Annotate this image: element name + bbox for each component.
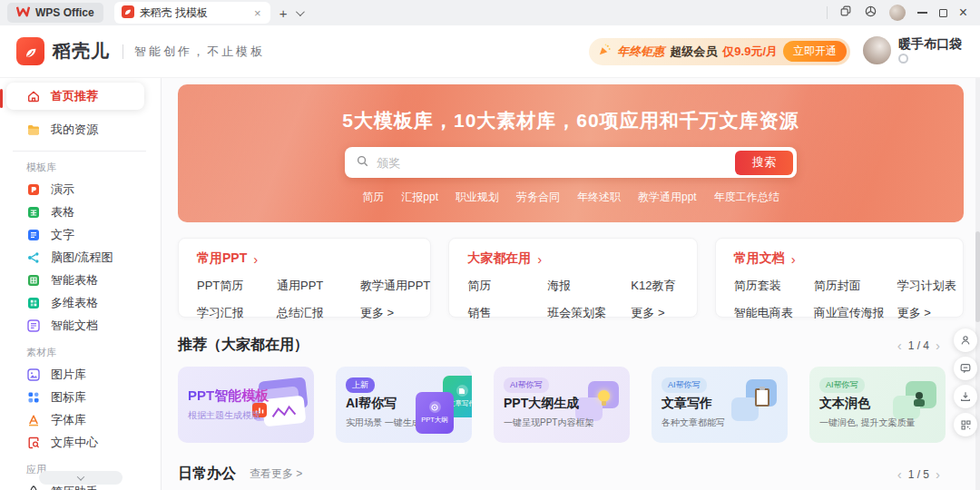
sidebar-item-mindmap-flowchart[interactable]: 脑图/流程图 bbox=[0, 246, 161, 269]
category-card-title[interactable]: 常用PPT› bbox=[197, 250, 430, 267]
sidebar-item-smart-sheet[interactable]: 智能表格 bbox=[0, 269, 161, 291]
category-link[interactable]: 简历封面 bbox=[814, 278, 897, 294]
font-library-icon bbox=[26, 413, 41, 427]
category-link-more[interactable]: 更多 > bbox=[631, 305, 696, 321]
feedback-button[interactable] bbox=[954, 357, 977, 380]
category-link[interactable]: 简历套装 bbox=[734, 278, 814, 294]
daily-section-header: 日常办公 查看更多 > ‹ 1 / 5 › bbox=[178, 465, 964, 484]
sidebar-item-multidim-sheet[interactable]: 多维表格 bbox=[0, 291, 161, 314]
category-card-title[interactable]: 常用文档› bbox=[734, 250, 963, 267]
category-link[interactable]: 商业宣传海报 bbox=[814, 305, 897, 321]
spreadsheet-icon bbox=[26, 205, 41, 220]
hot-link[interactable]: 教学通用ppt bbox=[638, 190, 697, 205]
window-minimize-button[interactable] bbox=[917, 12, 927, 14]
sidebar-item-document[interactable]: 文字 bbox=[0, 223, 161, 246]
sidebar-expand-button[interactable] bbox=[39, 471, 122, 485]
hot-link[interactable]: 劳务合同 bbox=[516, 190, 560, 205]
category-link[interactable]: 总结汇报 bbox=[277, 305, 360, 321]
sidebar-label: 图标库 bbox=[51, 389, 86, 406]
titlebar: WPS Office 来稻壳 找模板 × + × bbox=[0, 0, 980, 25]
pager-prev-icon[interactable]: ‹ bbox=[897, 467, 902, 481]
promo-subscribe-button[interactable]: 立即开通 bbox=[783, 41, 847, 62]
new-tab-button[interactable]: + bbox=[279, 6, 288, 20]
reco-card-ppt-smart-template[interactable]: PPT智能模板 根据主题生成模版 bbox=[178, 367, 314, 443]
hot-link[interactable]: 汇报ppt bbox=[401, 190, 438, 205]
main-scrollbar-thumb[interactable] bbox=[975, 231, 980, 322]
presentation-icon bbox=[26, 182, 41, 197]
brand-title[interactable]: 稻壳儿 bbox=[53, 39, 110, 64]
pager-next-icon[interactable]: › bbox=[936, 467, 940, 481]
reco-card-ai-writing[interactable]: 上新 AI帮你写 实用场景 一键生成 文章写作 PPT大纲 bbox=[336, 367, 472, 443]
search-button[interactable]: 搜索 bbox=[735, 151, 793, 175]
category-link[interactable]: 教学通用PPT bbox=[360, 278, 430, 294]
tab-title: 来稻壳 找模板 bbox=[140, 5, 208, 21]
recommend-title: 推荐（大家都在用） bbox=[178, 336, 309, 355]
category-link[interactable]: 销售 bbox=[467, 305, 547, 321]
titlebar-avatar[interactable] bbox=[889, 5, 906, 21]
sidebar-item-docs-center[interactable]: 文库中心 bbox=[0, 431, 161, 454]
tab-docer[interactable]: 来稻壳 找模板 × bbox=[114, 2, 270, 24]
daily-see-more-link[interactable]: 查看更多 > bbox=[250, 466, 302, 482]
workspace-pages-icon[interactable] bbox=[839, 5, 852, 21]
hot-link[interactable]: 简历 bbox=[362, 190, 384, 205]
vip-promo-banner[interactable]: 年终钜惠 超级会员 仅9.9元/月 立即开通 bbox=[589, 38, 850, 65]
category-link[interactable]: 海报 bbox=[547, 278, 631, 294]
category-link-more[interactable]: 更多 > bbox=[897, 305, 963, 321]
pen-nib-icon bbox=[26, 485, 41, 490]
hot-link[interactable]: 年终述职 bbox=[577, 190, 621, 205]
pager-next-icon[interactable]: › bbox=[936, 338, 940, 352]
sidebar-item-spreadsheet[interactable]: 表格 bbox=[0, 201, 161, 223]
sidebar-item-presentation[interactable]: 演示 bbox=[0, 178, 161, 201]
mindmap-icon bbox=[26, 250, 41, 265]
sidebar-item-icon-library[interactable]: 图标库 bbox=[0, 386, 161, 408]
category-link[interactable]: 简历 bbox=[467, 278, 547, 294]
category-link[interactable]: 学习计划表 bbox=[897, 278, 963, 294]
category-link[interactable]: K12教育 bbox=[631, 278, 696, 294]
reco-card-subtitle: 一键润色, 提升文案质量 bbox=[819, 416, 936, 429]
hot-link[interactable]: 职业规划 bbox=[456, 190, 499, 205]
pager-prev-icon[interactable]: ‹ bbox=[897, 338, 902, 352]
customer-service-button[interactable] bbox=[954, 328, 977, 352]
recommend-pager: ‹ 1 / 4 › bbox=[897, 338, 940, 352]
window-close-button[interactable]: × bbox=[959, 5, 967, 20]
category-link[interactable]: 通用PPT bbox=[277, 278, 360, 294]
search-input[interactable] bbox=[377, 156, 735, 170]
sidebar-label: 文字 bbox=[51, 227, 74, 243]
tab-list-dropdown-icon[interactable] bbox=[296, 7, 305, 16]
category-link-more[interactable]: 更多 > bbox=[360, 305, 430, 321]
qr-code-button[interactable] bbox=[954, 413, 977, 436]
sidebar-item-image-library[interactable]: 图片库 bbox=[0, 363, 161, 386]
hot-link[interactable]: 年度工作总结 bbox=[714, 190, 779, 205]
theme-skin-icon[interactable] bbox=[864, 5, 877, 22]
sidebar-item-home-recommend[interactable]: 首页推荐 bbox=[6, 83, 144, 110]
sidebar-item-font-library[interactable]: 字体库 bbox=[0, 408, 161, 431]
window-maximize-button[interactable] bbox=[939, 9, 947, 17]
sidebar-item-smart-doc[interactable]: 智能文档 bbox=[0, 314, 161, 337]
promo-member-label: 超级会员 bbox=[670, 44, 717, 60]
tab-close-icon[interactable]: × bbox=[252, 7, 263, 19]
user-name[interactable]: 暖手布口袋 bbox=[898, 36, 962, 51]
wps-office-menu-button[interactable]: WPS Office bbox=[7, 3, 103, 23]
reco-card-ppt-outline[interactable]: AI帮你写 PPT大纲生成 一键呈现PPT内容框架 bbox=[494, 367, 630, 443]
section-label-template-library: 模板库 bbox=[0, 161, 161, 174]
brand-slogan: 智能创作，不止模板 bbox=[134, 44, 265, 60]
active-indicator bbox=[0, 89, 3, 108]
docer-logo-icon[interactable] bbox=[16, 37, 44, 65]
category-card-common-docs: 常用文档› 简历套装 简历封面 学习计划表 智能电商表 商业宣传海报 更多 > bbox=[715, 238, 964, 318]
category-card-title[interactable]: 大家都在用› bbox=[467, 250, 696, 267]
pager-page-indicator: 1 / 5 bbox=[908, 468, 929, 481]
reco-card-title: 文章写作 bbox=[662, 396, 778, 412]
reco-card-text-polish[interactable]: AI帮你写 文本润色 一键润色, 提升文案质量 bbox=[809, 367, 946, 443]
sidebar-label: 图片库 bbox=[51, 367, 86, 383]
download-button[interactable] bbox=[954, 385, 977, 408]
sidebar-label: 多维表格 bbox=[51, 295, 98, 311]
category-link[interactable]: 班会策划案 bbox=[547, 305, 631, 321]
document-icon bbox=[26, 228, 41, 242]
category-link[interactable]: 智能电商表 bbox=[734, 305, 814, 321]
category-link[interactable]: 学习汇报 bbox=[197, 305, 277, 321]
sidebar-item-my-resources[interactable]: 我的资源 bbox=[0, 118, 161, 141]
reco-card-subtitle: 根据主题生成模版 bbox=[188, 409, 304, 422]
category-link[interactable]: PPT简历 bbox=[197, 278, 277, 294]
user-avatar[interactable] bbox=[863, 36, 891, 64]
reco-card-article-writing[interactable]: AI帮你写 文章写作 各种文章都能写 bbox=[652, 367, 788, 443]
